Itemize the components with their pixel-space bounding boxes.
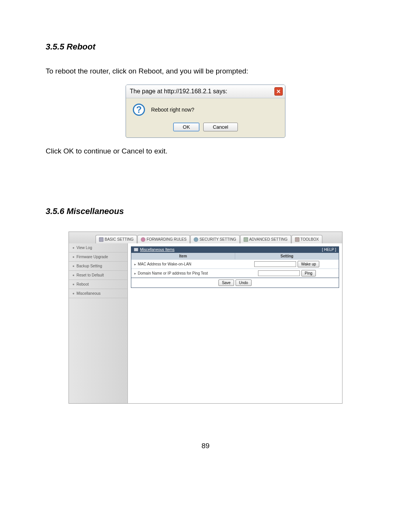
- close-icon[interactable]: ✕: [274, 87, 283, 96]
- confirm-dialog: The page at http://192.168.2.1 says: ✕ ?…: [126, 85, 285, 138]
- sidebar-item-view-log[interactable]: View Log: [69, 243, 127, 252]
- toolbox-icon: [295, 237, 299, 242]
- bullet-icon: [73, 247, 74, 249]
- tab-label: BASIC SETTING: [105, 237, 134, 241]
- tab-advanced-setting[interactable]: ADVANCED SETTING: [240, 235, 291, 243]
- mac-address-input[interactable]: [254, 261, 296, 267]
- column-header-setting: Setting: [235, 253, 339, 259]
- reboot-intro-text: To reboot the router, click on Reboot, a…: [46, 67, 365, 75]
- question-icon: ?: [133, 104, 145, 116]
- sidebar-item-label: Reset to Default: [76, 273, 104, 277]
- panel-title-text[interactable]: Miscellaneous Items: [140, 248, 175, 252]
- sidebar-item-backup-setting[interactable]: Backup Setting: [69, 262, 127, 271]
- reboot-outro-text: Click OK to continue or Cancel to exit.: [46, 147, 365, 155]
- cancel-button[interactable]: Cancel: [203, 123, 237, 131]
- tab-basic-setting[interactable]: BASIC SETTING: [96, 235, 137, 243]
- bullet-icon: [73, 265, 74, 267]
- advanced-icon: [244, 237, 248, 242]
- undo-button[interactable]: Undo: [236, 280, 252, 286]
- sidebar-item-miscellaneous[interactable]: Miscellaneous: [69, 289, 127, 298]
- folder-icon: [134, 248, 138, 251]
- panel-header: Miscellaneous Items [ HELP ]: [131, 246, 339, 253]
- sidebar-item-firmware-upgrade[interactable]: Firmware Upgrade: [69, 252, 127, 262]
- forwarding-icon: [141, 237, 145, 242]
- chevron-right-icon: ▸: [134, 262, 136, 266]
- bullet-icon: [73, 256, 74, 258]
- tab-label: ADVANCED SETTING: [249, 237, 288, 241]
- tab-forwarding-rules[interactable]: FORWARDING RULES: [137, 235, 190, 243]
- row-label-ping: Domain Name or IP address for Ping Test: [138, 271, 208, 275]
- ok-button[interactable]: OK: [173, 123, 199, 131]
- tab-security-setting[interactable]: SECURITY SETTING: [190, 235, 240, 243]
- bullet-icon: [73, 284, 74, 285]
- ping-button[interactable]: Ping: [301, 270, 316, 276]
- column-header-item: Item: [131, 253, 235, 259]
- security-icon: [194, 237, 198, 242]
- sidebar-item-reset-default[interactable]: Reset to Default: [69, 271, 127, 280]
- sidebar-item-label: Reboot: [76, 282, 89, 286]
- sidebar-item-label: Miscellaneous: [76, 291, 100, 296]
- wakeup-button[interactable]: Wake up: [298, 261, 319, 267]
- sidebar-item-label: View Log: [76, 246, 92, 250]
- tab-label: FORWARDING RULES: [147, 237, 186, 241]
- save-button[interactable]: Save: [218, 280, 234, 286]
- dialog-message: Reboot right now?: [151, 107, 194, 113]
- sidebar-item-label: Backup Setting: [76, 264, 102, 268]
- section-heading-reboot: 3.5.5 Reboot: [46, 42, 365, 52]
- sidebar-item-label: Firmware Upgrade: [76, 255, 108, 259]
- row-label-wol: MAC Address for Wake-on-LAN: [138, 262, 191, 266]
- sidebar-item-reboot[interactable]: Reboot: [69, 280, 127, 289]
- page-number: 89: [46, 442, 365, 450]
- tab-label: SECURITY SETTING: [199, 237, 236, 241]
- tab-toolbox[interactable]: TOOLBOX: [292, 235, 322, 243]
- help-link[interactable]: [ HELP ]: [322, 248, 336, 252]
- tab-label: TOOLBOX: [301, 237, 319, 241]
- basic-icon: [99, 237, 104, 242]
- bullet-icon: [73, 275, 74, 276]
- dialog-title: The page at http://192.168.2.1 says:: [130, 88, 227, 95]
- chevron-right-icon: ▸: [134, 272, 136, 275]
- admin-panel-screenshot: BASIC SETTING FORWARDING RULES SECURITY …: [68, 232, 342, 404]
- bullet-icon: [73, 293, 74, 294]
- ping-target-input[interactable]: [258, 270, 300, 276]
- section-heading-misc: 3.5.6 Miscellaneous: [46, 206, 365, 216]
